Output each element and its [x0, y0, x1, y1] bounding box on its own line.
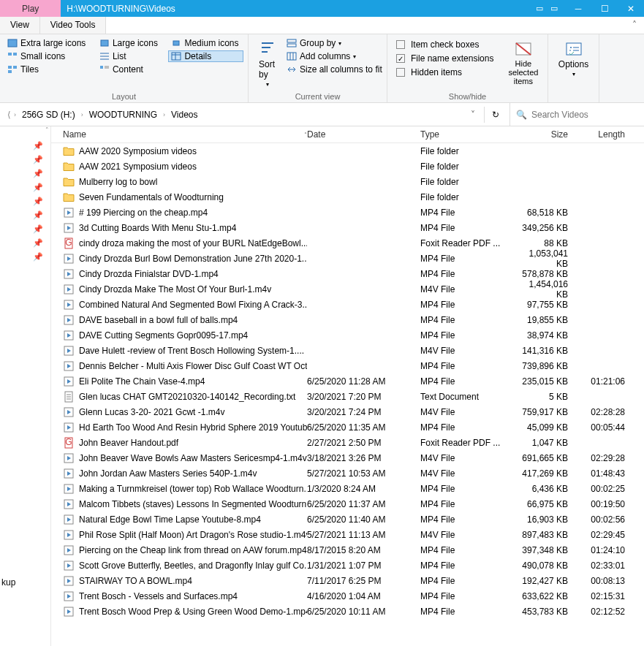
svg-rect-3: [8, 53, 12, 56]
layout-details[interactable]: Details: [168, 50, 243, 62]
layout-extra-large[interactable]: Extra large icons: [4, 37, 91, 49]
pin-icon[interactable]: 📌: [33, 210, 43, 220]
file-row[interactable]: Glenn Lucas 3-20- 2021 Gcwt -1.m4v3/20/2…: [51, 404, 644, 419]
layout-list[interactable]: List: [96, 50, 163, 62]
tab-view[interactable]: View: [0, 17, 40, 34]
file-name-cell: Glenn Lucas 3-20- 2021 Gcwt -1.m4v: [51, 406, 307, 418]
file-type-cell: MP4 File: [420, 422, 515, 433]
pin-icon[interactable]: 📌: [33, 197, 43, 206]
breadcrumb-item[interactable]: Videos: [168, 108, 200, 121]
file-row[interactable]: Trent Bosch - Vessels and Surfaces.mp44/…: [51, 588, 644, 604]
address-dropdown[interactable]: ˅: [465, 107, 481, 123]
file-row[interactable]: Dave Hulett -review of Trent Bosch Hollo…: [51, 343, 644, 358]
file-row[interactable]: John Jordan Aaw Masters Series 540P-1.m4…: [51, 466, 644, 481]
file-length-cell: 00:05:44: [574, 422, 625, 433]
picture-tools-icon[interactable]: ▭: [536, 4, 543, 13]
file-row[interactable]: Cindy Drozda Burl Bowl Demonstration Jun…: [51, 251, 644, 266]
column-size-header[interactable]: Size: [515, 129, 574, 140]
layout-large[interactable]: Large icons: [96, 37, 163, 49]
file-row[interactable]: Making a Turnmkreisel (tower top) Rob Wa…: [51, 481, 644, 496]
file-row[interactable]: DAVE Cutting Segments Gopr0095-17.mp4MP4…: [51, 327, 644, 343]
file-row[interactable]: Cindy Drozda Make The Most Of Your Burl-…: [51, 281, 644, 297]
breadcrumb-item[interactable]: 256G SD (H:): [19, 108, 78, 121]
tab-video-tools[interactable]: Video Tools: [40, 17, 107, 34]
file-row[interactable]: Combined Natural And Segmented Bowl Fixi…: [51, 297, 644, 312]
pin-icon[interactable]: 📌: [33, 183, 43, 192]
file-row[interactable]: 3d Cutting Boards With Menu Stu-1.mp4MP4…: [51, 220, 644, 235]
file-name-text: AAW 2021 Symposium videos: [79, 162, 197, 172]
pin-icon[interactable]: 📌: [33, 252, 43, 262]
pin-icon[interactable]: 📌: [33, 224, 43, 234]
mp4-icon: [63, 590, 75, 602]
file-row[interactable]: AAW 2020 Symposium videosFile folder: [51, 143, 644, 159]
folder-icon: [63, 145, 75, 157]
close-button[interactable]: ✕: [618, 0, 644, 17]
play-tab[interactable]: Play: [0, 0, 61, 17]
file-name-text: John Jordan Aaw Masters Series 540P-1.m4…: [79, 468, 257, 479]
layout-content[interactable]: Content: [96, 64, 163, 75]
file-row[interactable]: Mulberry log to bowlFile folder: [51, 174, 644, 189]
pin-icon[interactable]: 📌: [33, 155, 43, 164]
file-size-cell: 1,454,016 KB: [515, 279, 574, 300]
pin-icon[interactable]: 📌: [33, 238, 43, 248]
file-row[interactable]: Glen lucas CHAT GMT20210320-140142_Recor…: [51, 389, 644, 404]
pin-icon[interactable]: 📌: [33, 169, 43, 178]
breadcrumb[interactable]: ⟨ › 256G SD (H:) › WOODTURNING › Videos: [3, 108, 462, 121]
sort-by-button[interactable]: Sort by ▾: [253, 37, 282, 91]
ribbon-collapse-button[interactable]: ˄: [625, 17, 644, 34]
column-length-header[interactable]: Length: [574, 129, 625, 140]
small-icons-icon: [7, 52, 18, 61]
file-name-cell: John Jordan Aaw Masters Series 540P-1.m4…: [51, 468, 307, 479]
file-row[interactable]: Piercing on the Cheap link from thread o…: [51, 542, 644, 558]
file-row[interactable]: AAW 2021 Symposium videosFile folder: [51, 159, 644, 174]
hide-selected-button[interactable]: Hide selected items: [502, 37, 544, 91]
search-box[interactable]: 🔍: [509, 103, 641, 126]
file-row[interactable]: Phil Rose Split (Half Moon) Art Dragon's…: [51, 527, 644, 542]
file-row[interactable]: DAVE baseball in a bowl full of balls.mp…: [51, 312, 644, 327]
file-date-cell: 3/20/2021 7:24 PM: [307, 407, 420, 417]
file-name-ext-toggle[interactable]: File name extensions: [395, 53, 495, 64]
file-name-cell: Cindy Drozda Burl Bowl Demonstration Jun…: [51, 253, 307, 265]
large-icons-icon: [99, 39, 110, 48]
ribbon-icon[interactable]: ▭: [550, 4, 558, 13]
chevron-right-icon: ›: [14, 111, 16, 118]
maximize-button[interactable]: ☐: [591, 0, 618, 17]
file-row[interactable]: John Beaver Wave Bowls Aaw Masters Seric…: [51, 450, 644, 466]
size-all-columns-button[interactable]: Size all columns to fit: [285, 64, 384, 75]
file-row[interactable]: Scott Grove Butterfly, Beetles, and Drag…: [51, 558, 644, 573]
file-row[interactable]: STAIRWAY TO A BOWL.mp47/11/2017 6:25 PMM…: [51, 573, 644, 588]
file-name-text: Cindy Drozda Make The Most Of Your Burl-…: [79, 284, 271, 294]
file-row[interactable]: Hd Earth Too Wood And Resin Hybrid Spher…: [51, 419, 644, 435]
hidden-items-toggle[interactable]: Hidden items: [395, 66, 495, 78]
scroll-up-icon[interactable]: ˄: [45, 126, 49, 134]
file-row[interactable]: Natural Edge Bowl Time Lapse Youtube-8.m…: [51, 512, 644, 527]
file-name-cell: 3d Cutting Boards With Menu Stu-1.mp4: [51, 222, 307, 234]
breadcrumb-item[interactable]: WOODTURNING: [86, 108, 160, 121]
add-columns-button[interactable]: Add columns ▾: [285, 50, 384, 62]
file-row[interactable]: Malcom Tibbets (staves) Lessons In Segme…: [51, 496, 644, 512]
search-input[interactable]: [531, 110, 619, 120]
file-type-cell: Foxit Reader PDF ...: [420, 438, 515, 448]
options-button[interactable]: Options ▾: [553, 37, 594, 101]
file-row[interactable]: Trent Bosch Wood Prep & Using Green Wood…: [51, 604, 644, 619]
file-row[interactable]: GJohn Beaver Handout.pdf2/27/2021 2:50 P…: [51, 435, 644, 450]
refresh-button[interactable]: ↻: [484, 107, 507, 123]
chevron-down-icon: ▾: [353, 53, 356, 60]
minimize-button[interactable]: ─: [565, 0, 591, 17]
file-row[interactable]: Dennis Belcher - Multi Axis Flower Disc …: [51, 358, 644, 373]
column-type-header[interactable]: Type: [420, 129, 515, 140]
file-type-cell: M4V File: [420, 407, 515, 417]
item-check-boxes-toggle[interactable]: Item check boxes: [395, 39, 495, 50]
file-date-cell: 1/31/2021 1:07 PM: [307, 560, 420, 571]
file-row[interactable]: Seven Fundamentals of WoodturningFile fo…: [51, 189, 644, 205]
column-name-header[interactable]: Name˄: [51, 129, 307, 140]
layout-medium[interactable]: Medium icons: [168, 37, 243, 49]
mp4-icon: [63, 360, 75, 372]
group-by-button[interactable]: Group by ▾: [285, 37, 384, 49]
file-row[interactable]: Eli Polite The Chain Vase-4.mp46/25/2020…: [51, 373, 644, 389]
layout-tiles[interactable]: Tiles: [4, 64, 91, 75]
pin-icon[interactable]: 📌: [33, 141, 43, 151]
file-row[interactable]: # 199 Piercing on the cheap.mp4MP4 File6…: [51, 205, 644, 220]
layout-small[interactable]: Small icons: [4, 50, 91, 62]
column-date-header[interactable]: Date: [307, 129, 420, 140]
